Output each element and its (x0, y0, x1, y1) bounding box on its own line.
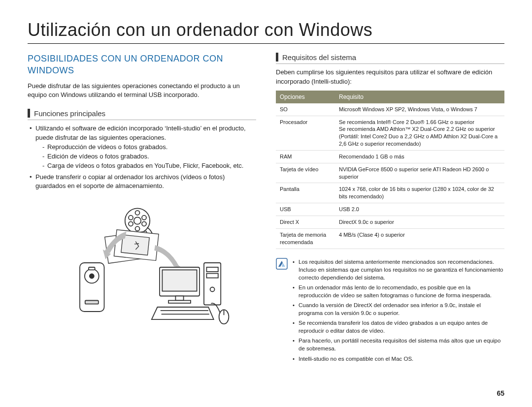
requirements-table: Opciones Requisito SOMicrosoft Windows X… (276, 91, 504, 249)
table-row: Tarjeta de memoria recomendada4 MB/s (Cl… (276, 228, 504, 249)
subheading-funciones-label: Funciones principales (34, 109, 105, 118)
feature-item: Utilizando el software de edición incorp… (30, 124, 256, 170)
table-cell-val: 1024 x 768, color de 16 bits o superior … (335, 183, 504, 203)
svg-point-25 (210, 287, 215, 292)
subheading-funciones: Funciones principales (28, 109, 256, 120)
table-row: SOMicrosoft Windows XP SP2, Windows Vist… (276, 103, 504, 116)
svg-point-7 (129, 216, 133, 220)
table-cell-key: Tarjeta de vídeo (276, 163, 335, 183)
table-cell-key: Pantalla (276, 183, 335, 203)
feature-subitem: Edición de vídeos o fotos grabados. (42, 152, 256, 161)
table-cell-val: NVIDIA GeForce 8500 o superior serie ATI… (335, 163, 504, 183)
table-row: RAMRecomendado 1 GB o más (276, 150, 504, 163)
table-row: Pantalla1024 x 768, color de 16 bits o s… (276, 183, 504, 203)
table-header-opciones: Opciones (276, 91, 335, 103)
svg-point-3 (142, 216, 146, 220)
page-title: Utilización con un ordenador con Windows (28, 20, 504, 44)
subheading-requisitos: Requisitos del sistema (276, 53, 504, 64)
illustration-camera-to-pc (28, 201, 256, 336)
intro-text-right: Deben cumplirse los siguientes requisito… (276, 68, 504, 87)
section-heading-possibilities: POSIBILIDADES CON UN ORDENADOR CON WINDO… (28, 53, 256, 77)
main-features-list: Utilizando el software de edición incorp… (28, 124, 256, 191)
svg-point-15 (90, 274, 94, 279)
svg-rect-16 (89, 267, 95, 270)
note-item: Los requisitos del sistema anteriormente… (293, 258, 504, 282)
table-cell-key: Direct X (276, 216, 335, 228)
table-row: ProcesadorSe recomienda Intel® Core 2 Du… (276, 116, 504, 150)
note-item: Intelli-studio no es compatible con el M… (293, 355, 504, 363)
note-item: Se recomienda transferir los datos de ví… (293, 319, 504, 335)
illustration-svg (48, 201, 235, 334)
two-column-layout: POSIBILIDADES CON UN ORDENADOR CON WINDO… (28, 53, 504, 365)
svg-point-6 (129, 221, 133, 226)
notes-list: Los requisitos del sistema anteriormente… (293, 258, 504, 365)
svg-point-4 (142, 221, 146, 226)
manual-page: Utilización con un ordenador con Windows… (0, 0, 532, 407)
feature-sublist: Reproducción de vídeos o fotos grabados.… (35, 143, 256, 171)
right-column: Requisitos del sistema Deben cumplirse l… (276, 53, 504, 365)
feature-item-text: Utilizando el software de edición incorp… (35, 125, 246, 141)
table-header-row: Opciones Requisito (276, 91, 504, 103)
svg-point-2 (135, 211, 140, 215)
table-cell-key: SO (276, 103, 335, 116)
subheading-requisitos-label: Requisitos del sistema (282, 53, 356, 62)
table-cell-val: DirectX 9.0c o superior (335, 216, 504, 228)
table-row: USBUSB 2.0 (276, 203, 504, 216)
note-item: Cuando la versión de DirectX del ordenad… (293, 301, 504, 317)
svg-rect-10 (121, 235, 149, 255)
table-cell-val: 4 MB/s (Clase 4) o superior (335, 228, 504, 249)
note-item: En un ordenador más lento de lo recomend… (293, 283, 504, 299)
table-cell-val: USB 2.0 (335, 203, 504, 216)
feature-item: Puede transferir o copiar al ordenador l… (30, 173, 256, 191)
svg-rect-24 (206, 274, 218, 278)
svg-rect-21 (168, 301, 191, 303)
table-cell-key: RAM (276, 150, 335, 163)
notes-block: Los requisitos del sistema anteriormente… (276, 258, 504, 365)
table-row: Direct XDirectX 9.0c o superior (276, 216, 504, 228)
svg-rect-19 (162, 270, 197, 291)
table-cell-key: Procesador (276, 116, 335, 150)
intro-text-left: Puede disfrutar de las siguientes operac… (28, 82, 256, 100)
note-item: Para hacerlo, un portátil necesita requi… (293, 337, 504, 352)
table-header-requisito: Requisito (335, 91, 504, 103)
page-number: 65 (497, 389, 504, 397)
table-row: Tarjeta de vídeoNVIDIA GeForce 8500 o su… (276, 163, 504, 183)
table-cell-val: Microsoft Windows XP SP2, Windows Vista,… (335, 103, 504, 116)
table-cell-key: USB (276, 203, 335, 216)
svg-rect-23 (206, 267, 218, 272)
table-cell-key: Tarjeta de memoria recomendada (276, 228, 335, 249)
table-cell-val: Recomendado 1 GB o más (335, 150, 504, 163)
table-cell-val: Se recomienda Intel® Core 2 Duo® 1.66 GH… (335, 116, 504, 150)
svg-point-5 (135, 226, 140, 231)
left-column: POSIBILIDADES CON UN ORDENADOR CON WINDO… (28, 53, 256, 365)
feature-subitem: Carga de vídeos o fotos grabados en YouT… (42, 161, 256, 171)
svg-rect-20 (175, 296, 183, 301)
feature-subitem: Reproducción de vídeos o fotos grabados. (42, 143, 256, 152)
svg-rect-17 (85, 301, 99, 304)
note-icon (276, 258, 288, 365)
svg-point-1 (134, 217, 141, 224)
